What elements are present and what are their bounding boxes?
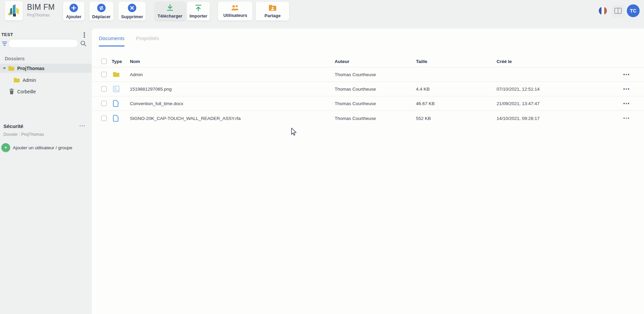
row-author: Thomas Courtheuse	[335, 87, 376, 92]
row-checkbox[interactable]	[101, 116, 107, 121]
bim-fm-logo-icon	[7, 4, 20, 18]
column-header-taille: Taille	[416, 59, 427, 64]
toolbar: Ajouter Déplacer Supprimer Télécharger	[63, 2, 289, 21]
table-row[interactable]: 1519881297065.png Thomas Courtheuse 4.4 …	[92, 82, 644, 96]
tab-documents[interactable]: Documents	[99, 35, 124, 46]
row-checkbox[interactable]	[101, 86, 107, 92]
users-button-label: Utilisateurs	[223, 13, 247, 18]
table-header: Type Nom Auteur Taille Créé le	[92, 56, 644, 67]
security-menu-button[interactable]	[80, 125, 85, 126]
move-circle-icon	[97, 3, 106, 12]
folder-icon	[13, 77, 20, 83]
row-size: 552 KB	[416, 116, 431, 121]
select-all-checkbox[interactable]	[101, 59, 107, 64]
download-button[interactable]: Télécharger	[155, 2, 185, 21]
sidebar-item-label: Corbeille	[17, 89, 36, 94]
delete-button[interactable]: Supprimer	[118, 2, 146, 21]
documents-table: Type Nom Auteur Taille Créé le Admin Tho…	[92, 56, 644, 125]
row-name[interactable]: 1519881297065.png	[130, 87, 172, 92]
delete-button-label: Supprimer	[121, 14, 143, 19]
folders-heading: Dossiers	[5, 56, 25, 61]
workspace-label: TEST	[1, 32, 13, 37]
row-name[interactable]: Admin	[130, 72, 143, 77]
row-size: 46.67 KB	[416, 101, 435, 106]
language-flag-icon[interactable]	[599, 7, 607, 15]
import-button-label: Importer	[190, 13, 207, 19]
tab-proprietes[interactable]: Propriétés	[136, 35, 159, 46]
row-menu-button[interactable]	[623, 118, 629, 119]
app-logo[interactable]	[5, 1, 23, 21]
search-icon[interactable]	[80, 40, 87, 47]
folder-icon	[8, 66, 15, 71]
top-right-controls: TC	[599, 4, 640, 17]
row-size: 4.4 KB	[416, 87, 430, 92]
plus-circle-icon	[69, 3, 78, 12]
share-button-label: Partage	[264, 13, 281, 18]
app-subtitle: ProjThomas	[27, 13, 58, 18]
add-user-group-button[interactable]: + Ajouter un utilisateur / groupe	[1, 143, 72, 152]
sidebar-item-label: Admin	[23, 77, 36, 83]
users-button[interactable]: Utilisateurs	[218, 2, 252, 21]
sidebar: TEST Dossiers ProjThomas Admin Corbeille…	[0, 29, 92, 314]
filter-icon[interactable]	[2, 41, 7, 46]
column-header-auteur: Auteur	[335, 59, 349, 64]
plus-icon: +	[1, 143, 10, 152]
security-folder-line: Dossier : ProjThomas	[3, 132, 44, 137]
row-created: 14/10/2021, 09:28:17	[497, 116, 540, 121]
download-button-label: Télécharger	[158, 13, 183, 19]
close-circle-icon	[128, 3, 137, 12]
row-checkbox[interactable]	[101, 101, 107, 106]
table-row[interactable]: Convention_full_time.docx Thomas Courthe…	[92, 96, 644, 111]
title-block: BIM FM ProjThomas	[27, 3, 58, 18]
add-button-label: Ajouter	[66, 14, 82, 19]
sidebar-item-projthomas[interactable]: ProjThomas	[0, 64, 92, 73]
column-header-nom: Nom	[130, 59, 140, 64]
workspace-menu-button[interactable]	[82, 31, 87, 39]
table-row[interactable]: Admin Thomas Courtheuse	[92, 67, 644, 82]
row-author: Thomas Courtheuse	[335, 101, 376, 106]
security-heading: Sécurité	[3, 123, 23, 129]
row-name[interactable]: SIGNO-20K_CAP-TOUCH_WALL_READER_ASSY.rfa	[130, 116, 241, 121]
user-avatar[interactable]: TC	[627, 4, 640, 17]
folder-icon	[113, 72, 120, 77]
row-author: Thomas Courtheuse	[335, 72, 376, 77]
shared-folder-icon	[268, 4, 277, 11]
sidebar-item-admin[interactable]: Admin	[0, 75, 92, 85]
table-row[interactable]: SIGNO-20K_CAP-TOUCH_WALL_READER_ASSY.rfa…	[92, 111, 644, 125]
move-button-label: Déplacer	[92, 14, 111, 19]
trash-icon	[9, 88, 15, 95]
row-created: 07/10/2021, 12:51:14	[497, 87, 540, 92]
app-title: BIM FM	[27, 3, 58, 12]
move-button[interactable]: Déplacer	[89, 2, 113, 21]
main-panel: Documents Propriétés Type Nom Auteur Tai…	[92, 29, 644, 314]
row-checkbox[interactable]	[101, 72, 107, 77]
column-header-cree: Créé le	[497, 59, 512, 64]
sidebar-item-corbeille[interactable]: Corbeille	[0, 87, 92, 96]
row-menu-button[interactable]	[623, 74, 629, 75]
column-header-type: Type	[112, 59, 122, 64]
upload-icon	[194, 4, 202, 12]
share-button[interactable]: Partage	[256, 2, 289, 21]
row-menu-button[interactable]	[623, 103, 629, 104]
add-user-group-label: Ajouter un utilisateur / groupe	[13, 145, 72, 150]
row-menu-button[interactable]	[623, 88, 629, 90]
users-icon	[230, 4, 240, 11]
import-button[interactable]: Importer	[187, 2, 210, 21]
split-view-icon	[614, 8, 622, 14]
tab-bar: Documents Propriétés	[92, 29, 159, 46]
download-icon	[166, 4, 174, 12]
search-input[interactable]	[8, 39, 78, 48]
sidebar-item-label: ProjThomas	[17, 66, 45, 71]
document-icon	[113, 115, 119, 122]
row-name[interactable]: Convention_full_time.docx	[130, 101, 183, 106]
add-button[interactable]: Ajouter	[63, 2, 84, 21]
document-icon	[113, 100, 119, 107]
row-created: 21/09/2021, 13:47:47	[497, 101, 540, 106]
image-icon	[113, 86, 120, 93]
chevron-down-icon[interactable]	[3, 67, 6, 69]
top-bar: BIM FM ProjThomas Ajouter Déplacer Suppr…	[0, 0, 644, 29]
row-author: Thomas Courtheuse	[335, 116, 376, 121]
split-view-button[interactable]	[612, 4, 624, 17]
